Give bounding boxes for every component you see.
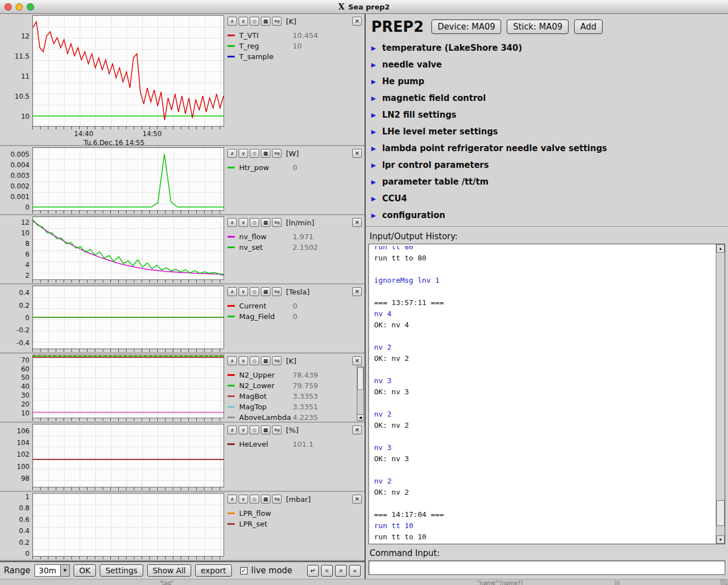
step-forward-button[interactable]: > bbox=[335, 565, 347, 577]
grid-button[interactable]: ▦ bbox=[261, 287, 270, 296]
settings-button[interactable]: Settings bbox=[100, 564, 143, 577]
log-scale-button[interactable]: log bbox=[272, 356, 282, 365]
command-input[interactable] bbox=[368, 560, 725, 575]
pan-down-button[interactable]: ∨ bbox=[239, 218, 248, 227]
pan-down-button[interactable]: ∨ bbox=[239, 287, 248, 296]
tree-item[interactable]: ▶needle valve bbox=[371, 56, 728, 73]
pan-up-button[interactable]: ∧ bbox=[227, 218, 237, 227]
tree-item[interactable]: ▶parameter table /tt/tm bbox=[371, 173, 728, 190]
zoom-button[interactable]: ◇ bbox=[250, 218, 259, 227]
zoom-button[interactable]: ◇ bbox=[250, 287, 259, 296]
pan-down-button[interactable]: ∨ bbox=[239, 149, 248, 158]
close-window-button[interactable] bbox=[4, 3, 12, 11]
tree-item[interactable]: ▶lambda point refrigerator needle valve … bbox=[371, 140, 728, 157]
grid-button[interactable]: ▦ bbox=[261, 426, 270, 434]
scrollbar-thumb[interactable] bbox=[357, 368, 363, 390]
log-scale-button[interactable]: log bbox=[272, 495, 282, 504]
pan-up-button[interactable]: ∧ bbox=[227, 149, 237, 158]
grid-button[interactable]: ▦ bbox=[261, 149, 270, 158]
tree-item[interactable]: ▶He pump bbox=[371, 73, 728, 90]
y-tick-label: 12 bbox=[21, 219, 30, 226]
legend-color-dash bbox=[227, 513, 235, 514]
legend-scrollbar[interactable] bbox=[357, 366, 364, 420]
titlebar[interactable]: X Sea prep2 bbox=[0, 0, 728, 14]
log-scale-button[interactable]: log bbox=[272, 426, 282, 434]
tree-item-label: magnetic field control bbox=[382, 93, 486, 103]
plot-area-lpr[interactable] bbox=[32, 493, 224, 557]
log-scale-button[interactable]: log bbox=[272, 218, 282, 227]
zoom-button[interactable]: ◇ bbox=[250, 495, 259, 504]
device-button[interactable]: Device: MA09 bbox=[431, 20, 501, 34]
ok-button[interactable]: OK bbox=[74, 564, 96, 577]
pan-up-button[interactable]: ∧ bbox=[227, 495, 237, 504]
stick-button[interactable]: Stick: MA09 bbox=[507, 20, 569, 34]
zoom-button[interactable]: ◇ bbox=[250, 149, 259, 158]
close-chart-button[interactable]: × bbox=[352, 218, 362, 227]
return-nav-button[interactable]: ↵ bbox=[307, 565, 319, 577]
y-tick-label: 11 bbox=[21, 72, 30, 80]
pan-up-button[interactable]: ∧ bbox=[227, 426, 237, 434]
tree-item[interactable]: ▶magnetic field control bbox=[371, 90, 728, 107]
pan-down-button[interactable]: ∨ bbox=[239, 426, 248, 434]
show-all-button[interactable]: Show All bbox=[147, 564, 192, 577]
chart-row-lpr: 10.80.60.40.20∧∨◇▦log[mbar]×LPR_flowLPR_… bbox=[0, 492, 365, 561]
add-button[interactable]: Add bbox=[574, 20, 603, 34]
plot-area-he-level[interactable] bbox=[32, 424, 224, 487]
resize-grip[interactable] bbox=[720, 579, 727, 585]
pan-up-button[interactable]: ∧ bbox=[227, 287, 237, 296]
y-tick-label: 0.4 bbox=[19, 527, 30, 535]
tree-item[interactable]: ▶LN2 fill settings bbox=[371, 107, 728, 123]
log-scale-button[interactable]: log bbox=[272, 149, 282, 158]
legend-name: Htr_pow bbox=[239, 163, 293, 172]
tree-item[interactable]: ▶temperature (LakeShore 340) bbox=[371, 40, 728, 56]
tree-item[interactable]: ▶CCU4 bbox=[371, 190, 728, 207]
grid-button[interactable]: ▦ bbox=[261, 17, 270, 26]
zoom-button[interactable]: ◇ bbox=[250, 426, 259, 434]
range-select[interactable]: 30m ▼ bbox=[35, 564, 70, 577]
chart-side-magnet: ∧∨◇▦log[Tesla]×Current0Mag_Field0 bbox=[224, 286, 365, 352]
clipped-fragment-right: "name"'(name?) bbox=[477, 580, 523, 585]
pan-up-button[interactable]: ∧ bbox=[227, 356, 237, 365]
plot-area-temperature[interactable] bbox=[32, 15, 224, 127]
close-chart-button[interactable]: × bbox=[352, 149, 362, 158]
legend-scroll-left-button[interactable]: ◀ bbox=[357, 414, 364, 421]
plot-area-magnet[interactable] bbox=[32, 286, 224, 349]
history-scrollbar[interactable]: ▲ ▼ bbox=[716, 244, 725, 544]
legend-value: 1.971 bbox=[293, 233, 313, 241]
pan-down-button[interactable]: ∨ bbox=[239, 356, 248, 365]
export-button[interactable]: export bbox=[195, 564, 231, 577]
close-chart-button[interactable]: × bbox=[352, 287, 362, 296]
grid-button[interactable]: ▦ bbox=[261, 356, 270, 365]
close-chart-button[interactable]: × bbox=[352, 495, 362, 504]
close-chart-button[interactable]: × bbox=[352, 426, 362, 434]
pan-up-button[interactable]: ∧ bbox=[227, 17, 237, 26]
log-scale-button[interactable]: log bbox=[272, 17, 282, 26]
close-chart-button[interactable]: × bbox=[352, 356, 362, 365]
live-mode-checkbox[interactable]: ✓ bbox=[240, 567, 247, 574]
maximize-window-button[interactable] bbox=[27, 3, 34, 11]
plot-area-heater-power[interactable] bbox=[32, 147, 224, 211]
step-back-button[interactable]: < bbox=[321, 565, 333, 577]
tree-item[interactable]: ▶configuration bbox=[371, 207, 728, 224]
zoom-button[interactable]: ◇ bbox=[250, 17, 259, 26]
grid-button[interactable]: ▦ bbox=[261, 218, 270, 227]
plot-area-cryo-temps[interactable] bbox=[32, 355, 224, 418]
minimize-window-button[interactable] bbox=[16, 3, 23, 11]
pan-down-button[interactable]: ∨ bbox=[239, 17, 248, 26]
tree-item[interactable]: ▶lpr control parameters bbox=[371, 157, 728, 173]
scrollbar-thumb[interactable] bbox=[716, 500, 725, 526]
control-panel: PREP2 Device: MA09 Stick: MA09 Add ▶temp… bbox=[366, 14, 728, 579]
jump-back-button[interactable]: « bbox=[349, 565, 361, 577]
close-chart-button[interactable]: × bbox=[352, 17, 362, 26]
zoom-button[interactable]: ◇ bbox=[250, 356, 259, 365]
unit-label: [mbar] bbox=[286, 495, 310, 504]
log-scale-button[interactable]: log bbox=[272, 287, 282, 296]
legend-name: MagBot bbox=[239, 392, 293, 400]
scroll-up-icon[interactable]: ▲ bbox=[716, 244, 725, 253]
grid-button[interactable]: ▦ bbox=[261, 495, 270, 504]
pan-down-button[interactable]: ∨ bbox=[239, 495, 248, 504]
chart-toolbar: ∧∨◇▦log[K] bbox=[227, 356, 362, 366]
tree-item[interactable]: ▶LHe level meter settings bbox=[371, 123, 728, 140]
scroll-down-icon[interactable]: ▼ bbox=[716, 535, 725, 544]
plot-area-needle-valve[interactable] bbox=[32, 216, 224, 280]
